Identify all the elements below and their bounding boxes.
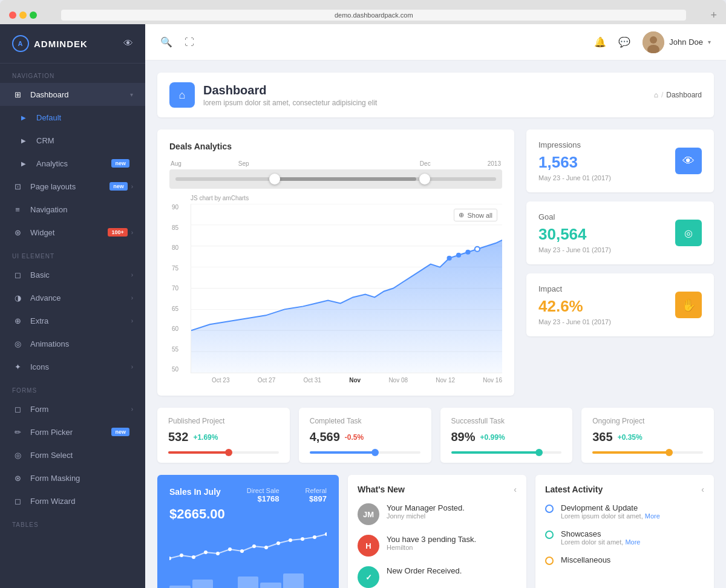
user-name: John Doe xyxy=(669,38,703,47)
expand-icon[interactable]: ⛶ xyxy=(185,37,194,48)
svg-point-27 xyxy=(313,535,316,539)
sidebar-logo: A ADMINDEK xyxy=(12,35,88,52)
sidebar-item-form-wizard[interactable]: ◻ Form Wizard xyxy=(0,489,145,512)
extra-icon: ⊕ xyxy=(12,315,23,326)
show-all-button[interactable]: ⊕ Show all xyxy=(454,209,497,221)
maximize-dot[interactable] xyxy=(30,11,37,19)
chevron-right-icon: › xyxy=(131,318,133,324)
timeline-title: Showcases xyxy=(561,529,640,538)
default-icon: ▶ xyxy=(18,112,29,123)
timeline-item: Miscellaneous xyxy=(545,555,704,565)
sidebar-item-label: Form Select xyxy=(30,451,133,460)
page-header-icon: ⌂ xyxy=(169,82,195,108)
metric-value-row: 89% +0.99% xyxy=(451,430,562,444)
timeline-link[interactable]: More xyxy=(645,512,660,520)
page-layouts-icon: ⊡ xyxy=(12,181,23,192)
chevron-right-icon: › xyxy=(131,272,133,278)
impact-card: Impact 42.6% May 23 - June 01 (2017) ✋ xyxy=(526,273,714,336)
page-header-text: Dashboard lorem ipsum dolor sit amet, co… xyxy=(203,83,377,107)
main-grid: Deals Analytics Aug Sep Dec 2013 xyxy=(157,129,714,396)
svg-point-12 xyxy=(456,253,461,258)
sidebar-item-form-select[interactable]: ◎ Form Select xyxy=(0,443,145,466)
chart-slider[interactable] xyxy=(169,169,502,189)
goal-info: Goal 30,564 May 23 - June 01 (2017) xyxy=(538,212,611,253)
slider-track xyxy=(175,177,496,181)
user-menu[interactable]: John Doe ▾ xyxy=(643,31,711,53)
sidebar-item-advance[interactable]: ◑ Advance › xyxy=(0,286,145,309)
sidebar-item-label: Advance xyxy=(30,293,131,302)
metric-label: Published Project xyxy=(168,417,279,425)
close-dot[interactable] xyxy=(9,11,16,19)
metric-value: 89% xyxy=(451,430,476,444)
slider-handle-left[interactable] xyxy=(269,174,280,185)
notification-bell-icon[interactable]: 🔔 xyxy=(594,36,606,48)
whats-new-card: What's New ‹ JM Your Manager Posted. Jon… xyxy=(348,475,526,588)
sidebar-item-form[interactable]: ◻ Form › xyxy=(0,397,145,420)
svg-point-21 xyxy=(240,549,244,553)
activity-text: New Order Received. xyxy=(387,566,462,575)
svg-point-19 xyxy=(216,552,220,555)
logo-icon: A xyxy=(12,35,29,52)
sidebar-item-icons[interactable]: ✦ Icons › xyxy=(0,355,145,378)
metric-bar xyxy=(592,451,703,454)
chat-icon[interactable]: 💬 xyxy=(618,36,630,48)
sidebar-item-widget[interactable]: ⊛ Widget 100+ › xyxy=(0,221,145,244)
nav-section-title: Navigation xyxy=(0,64,145,83)
latest-activity-nav-arrow[interactable]: ‹ xyxy=(701,485,704,494)
sidebar: A ADMINDEK 👁 Navigation ⊞ Dashboard ▾ ▶ … xyxy=(0,24,145,588)
add-tab-button[interactable]: + xyxy=(710,9,717,22)
crm-icon: ▶ xyxy=(18,135,29,146)
timeline-link[interactable]: More xyxy=(625,538,640,546)
breadcrumb-home-icon[interactable]: ⌂ xyxy=(654,91,658,99)
impact-info: Impact 42.6% May 23 - June 01 (2017) xyxy=(538,284,611,325)
sidebar-item-label: Form Masking xyxy=(30,474,133,483)
sidebar-item-dashboard[interactable]: ⊞ Dashboard ▾ xyxy=(0,83,145,106)
metrics-row: Published Project 532 +1.69% Completed T… xyxy=(157,408,714,463)
user-caret-icon: ▾ xyxy=(708,39,711,45)
page-layouts-badge: new xyxy=(110,182,128,191)
metric-label: Ongoing Project xyxy=(592,417,703,425)
sidebar-item-extra[interactable]: ⊕ Extra › xyxy=(0,309,145,332)
chevron-right-icon: › xyxy=(131,406,133,413)
chevron-down-icon: ▾ xyxy=(130,91,133,98)
metric-bar-fill xyxy=(310,451,376,454)
y-label: 85 xyxy=(172,224,178,231)
sidebar-item-navigation[interactable]: ≡ Navigation xyxy=(0,198,145,221)
svg-point-25 xyxy=(289,538,292,542)
goal-card: Goal 30,564 May 23 - June 01 (2017) ◎ xyxy=(526,201,714,264)
timeline-dot xyxy=(545,557,554,565)
sidebar-item-form-picker[interactable]: ✏ Form Picker new xyxy=(0,420,145,443)
svg-point-16 xyxy=(180,554,183,557)
svg-point-18 xyxy=(204,550,208,554)
sidebar-item-page-layouts[interactable]: ⊡ Page layouts new › xyxy=(0,175,145,198)
timeline-item: Showcases Lorem dolor sit amet, More xyxy=(545,529,704,546)
animations-icon: ◎ xyxy=(12,338,23,349)
x-label: Oct 23 xyxy=(212,377,229,384)
sales-sub-amounts: Direct Sale $1768 xyxy=(247,487,280,503)
slider-label: 2013 xyxy=(488,160,501,167)
sidebar-item-basic[interactable]: ◻ Basic › xyxy=(0,263,145,286)
sidebar-item-label: Animations xyxy=(30,339,133,348)
slider-label: Dec xyxy=(420,160,431,167)
sidebar-item-label: Icons xyxy=(30,362,131,371)
sidebar-item-animations[interactable]: ◎ Animations xyxy=(0,332,145,355)
browser-chrome: demo.dashboardpack.com + xyxy=(0,0,726,24)
referal-label: Referal xyxy=(306,487,327,494)
metric-bar-fill xyxy=(168,451,229,454)
whats-new-header: What's New ‹ xyxy=(358,485,517,494)
sidebar-item-analytics[interactable]: ▶ Analytics new xyxy=(0,152,145,175)
sidebar-item-label: Widget xyxy=(30,228,108,237)
search-icon[interactable]: 🔍 xyxy=(160,36,172,48)
whats-new-item: H You have 3 pending Task. Hemilton xyxy=(358,535,517,557)
slider-handle-right[interactable] xyxy=(419,174,430,185)
y-label: 50 xyxy=(172,366,178,373)
sidebar-eye-icon[interactable]: 👁 xyxy=(123,38,133,49)
sidebar-item-form-masking[interactable]: ⊛ Form Masking xyxy=(0,466,145,489)
sidebar-item-default[interactable]: ▶ Default xyxy=(0,106,145,129)
basic-icon: ◻ xyxy=(12,269,23,280)
advance-icon: ◑ xyxy=(12,292,23,303)
minimize-dot[interactable] xyxy=(19,11,27,19)
whats-new-nav-arrow[interactable]: ‹ xyxy=(514,485,517,494)
sidebar-item-crm[interactable]: ▶ CRM xyxy=(0,129,145,152)
browser-dots xyxy=(9,11,37,19)
